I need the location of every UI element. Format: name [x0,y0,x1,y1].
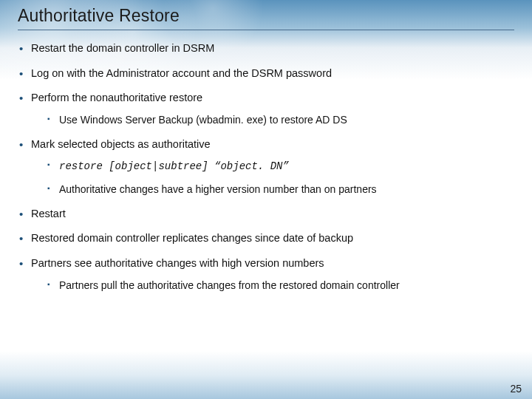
bullet-item: Restart [18,207,532,222]
bullet-text: Restored domain controller replicates ch… [31,232,353,244]
slide-content: Restart the domain controller in DSRM Lo… [18,41,532,303]
sub-bullet-item: restore [object|subtree] “object. DN” [47,159,532,174]
sub-bullet-item: Authoritative changes have a higher vers… [47,183,532,197]
bullet-text: Log on with the Administrator account an… [31,67,332,79]
sub-bullet-list: restore [object|subtree] “object. DN” Au… [47,159,532,197]
bullet-text: Restart the domain controller in DSRM [31,42,214,54]
sub-bullet-text: Use Windows Server Backup (wbadmin. exe)… [59,114,347,126]
bullet-text: Partners see authoritative changes with … [31,257,324,269]
sub-bullet-list: Use Windows Server Backup (wbadmin. exe)… [47,113,532,127]
page-number: 25 [510,383,522,395]
bullet-list: Restart the domain controller in DSRM Lo… [18,41,532,293]
bullet-item: Log on with the Administrator account an… [18,66,532,81]
bullet-text: Restart [31,208,66,219]
bullet-item: Restart the domain controller in DSRM [18,41,532,56]
bullet-item: Mark selected objects as authoritative r… [18,137,532,197]
sub-bullet-text: Authoritative changes have a higher vers… [59,183,377,195]
bullet-item: Partners see authoritative changes with … [18,256,532,292]
slide-title: Authoritative Restore [18,6,180,26]
sub-bullet-item: Use Windows Server Backup (wbadmin. exe)… [47,113,532,127]
sub-bullet-list: Partners pull the authoritative changes … [47,279,532,293]
bullet-item: Restored domain controller replicates ch… [18,231,532,246]
bullet-text: Perform the nonauthoritative restore [31,92,202,103]
sub-bullet-item: Partners pull the authoritative changes … [47,279,532,293]
bullet-text: Mark selected objects as authoritative [31,138,211,150]
sub-bullet-text: Partners pull the authoritative changes … [59,279,400,291]
bullet-item: Perform the nonauthoritative restore Use… [18,91,532,126]
title-underline [18,30,514,30]
slide: Authoritative Restore Restart the domain… [0,0,532,399]
sub-bullet-code: restore [object|subtree] “object. DN” [59,160,289,172]
